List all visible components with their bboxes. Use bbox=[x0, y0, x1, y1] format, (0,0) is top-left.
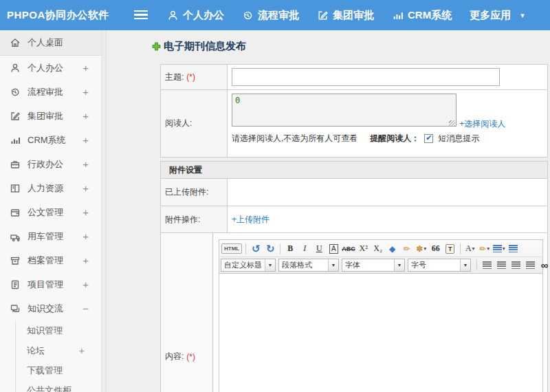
editor-tool-unordered-list[interactable] bbox=[507, 242, 520, 256]
sidebar-item-personal-office[interactable]: 个人办公 + bbox=[0, 56, 101, 80]
sidebar-item-label: 个人桌面 bbox=[28, 36, 89, 49]
sidebar-item-crm-system[interactable]: CRM系统 + bbox=[0, 128, 101, 152]
sidebar-item-label: 流程审批 bbox=[28, 86, 82, 98]
history-icon bbox=[10, 87, 21, 98]
expand-toggle-icon[interactable]: + bbox=[82, 110, 91, 122]
editor-tool-subscript[interactable]: X₂ bbox=[371, 242, 385, 256]
sidebar-subitem-download-mgmt[interactable]: 下载管理 bbox=[16, 360, 101, 380]
subject-required-mark: (*) bbox=[186, 72, 195, 82]
editor-tool-underline[interactable]: U bbox=[312, 242, 326, 256]
sidebar-item-personal-desktop[interactable]: 个人桌面 bbox=[0, 30, 101, 56]
subject-label: 主题: bbox=[165, 72, 184, 82]
editor-tool-blockquote[interactable]: 66 bbox=[429, 242, 443, 256]
expand-toggle-icon[interactable]: + bbox=[82, 279, 91, 290]
briefcase-icon bbox=[10, 159, 21, 170]
editor-tool-superscript[interactable]: X² bbox=[357, 242, 371, 256]
publish-form-bottom: 附件设置 已上传附件: 附件操作: +上传附件 bbox=[160, 161, 548, 392]
chevron-down-icon: ▼ bbox=[394, 259, 404, 271]
editor-tool-bold[interactable]: B bbox=[283, 242, 297, 256]
uploaded-attachment-value bbox=[228, 179, 547, 206]
sidebar-subitem-knowledge-mgmt[interactable]: 知识管理 bbox=[16, 320, 101, 340]
sidebar-subitem-public-file-cabinet[interactable]: 公共文件柜 bbox=[16, 380, 101, 392]
chart-icon bbox=[10, 135, 21, 146]
expand-toggle-icon[interactable]: − bbox=[82, 303, 91, 314]
sidebar: 个人桌面 个人办公 + 流程审批 + 集团审批 + CRM系统 + 行政办公 +… bbox=[0, 30, 102, 392]
textarea-resize-handle[interactable] bbox=[449, 120, 455, 127]
editor-tool-font-color[interactable]: A ▾ bbox=[463, 242, 477, 256]
sidebar-item-label: 人力资源 bbox=[28, 182, 82, 195]
editor-tool-eraser[interactable]: ◆ bbox=[386, 242, 399, 256]
expand-toggle-icon[interactable]: + bbox=[82, 158, 91, 170]
editor-tool-ordered-list[interactable]: ▾ bbox=[492, 242, 506, 256]
expand-toggle-icon[interactable]: + bbox=[82, 86, 91, 98]
hamburger-menu-icon[interactable] bbox=[134, 10, 148, 20]
editor-tool-align-right[interactable] bbox=[509, 258, 522, 272]
nav-item-workflow-approval[interactable]: 流程审批 bbox=[242, 9, 299, 22]
sidebar-item-archive-mgmt[interactable]: 档案管理 + bbox=[0, 248, 101, 272]
editor-tool-align-justify[interactable] bbox=[523, 258, 537, 272]
sidebar-item-document-mgmt[interactable]: 公文管理 + bbox=[0, 200, 101, 224]
sidebar-item-vehicle-mgmt[interactable]: 用车管理 + bbox=[0, 224, 101, 248]
editor-tool-align-left[interactable] bbox=[480, 258, 494, 272]
expand-toggle-icon[interactable]: + bbox=[82, 206, 91, 218]
editor-tool-align-center[interactable] bbox=[494, 258, 508, 272]
sidebar-item-project-mgmt[interactable]: 项目管理 + bbox=[0, 272, 101, 296]
rich-text-editor: HTML ↺ ↻ B I U A ABC X² bbox=[219, 239, 543, 392]
nav-item-crm-system[interactable]: CRM系统 bbox=[392, 9, 452, 22]
editor-tool-redo[interactable]: ↻ bbox=[263, 242, 277, 256]
nav-item-label: CRM系统 bbox=[408, 9, 452, 22]
editor-tool-highlight-pen[interactable]: ✏ ▾ bbox=[478, 242, 492, 256]
chat-icon bbox=[10, 303, 21, 314]
sidebar-item-group-approval[interactable]: 集团审批 + bbox=[0, 104, 101, 128]
sidebar-item-workflow-approval[interactable]: 流程审批 + bbox=[0, 80, 101, 104]
editor-select-custom-title[interactable]: 自定义标题 ▼ bbox=[221, 259, 276, 272]
nav-item-group-approval[interactable]: 集团审批 bbox=[317, 9, 374, 22]
attachment-section-title: 附件设置 bbox=[169, 164, 202, 176]
nav-item-more-apps[interactable]: 更多应用 ▾ bbox=[470, 9, 525, 22]
sidebar-subitem-forum[interactable]: 论坛 + bbox=[16, 340, 101, 360]
chevron-down-icon: ▼ bbox=[460, 259, 470, 271]
expand-toggle-icon[interactable]: + bbox=[82, 62, 91, 74]
editor-toolbar: HTML ↺ ↻ B I U A ABC X² bbox=[219, 239, 543, 274]
nav-item-label: 个人办公 bbox=[183, 9, 224, 22]
select-readers-link[interactable]: +选择阅读人 bbox=[459, 118, 505, 130]
sidebar-subitem-label: 知识管理 bbox=[27, 325, 85, 337]
editor-tool-html-source[interactable]: HTML bbox=[221, 242, 243, 256]
nav-item-personal-office[interactable]: 个人办公 bbox=[167, 9, 224, 22]
editor-select-font-size[interactable]: 字号 ▼ bbox=[408, 259, 471, 272]
editor-tool-format-brush[interactable]: ✏ bbox=[400, 242, 414, 256]
remind-readers-label: 提醒阅读人： bbox=[370, 133, 419, 144]
editor-tool-font-border[interactable]: A bbox=[327, 242, 340, 256]
editor-select-paragraph-format[interactable]: 段落格式 ▼ bbox=[278, 259, 339, 272]
editor-tool-strikethrough[interactable]: ABC bbox=[341, 242, 356, 256]
sidebar-scrollbar[interactable] bbox=[102, 30, 107, 392]
chevron-down-icon: ▼ bbox=[328, 259, 338, 271]
expand-toggle-icon[interactable]: + bbox=[82, 254, 91, 266]
expand-toggle-icon[interactable]: + bbox=[82, 230, 91, 242]
editor-tool-undo[interactable]: ↺ bbox=[249, 242, 263, 256]
editor-tool-italic[interactable]: I bbox=[298, 242, 311, 256]
editor-select-font-family[interactable]: 字体 ▼ bbox=[342, 259, 405, 272]
editor-tool-paste-plain[interactable]: T bbox=[443, 242, 457, 256]
expand-toggle-icon[interactable]: + bbox=[82, 134, 91, 146]
editor-content-area[interactable] bbox=[219, 274, 543, 392]
editor-tool-auto-typeset[interactable]: ✽ ▾ bbox=[415, 242, 428, 256]
sidebar-item-human-resources[interactable]: 人力资源 + bbox=[0, 176, 101, 200]
notebook-icon bbox=[10, 279, 21, 290]
edit-icon bbox=[317, 10, 329, 21]
editor-tool-insert-link[interactable]: ∞ bbox=[538, 258, 550, 272]
upload-attachment-link[interactable]: +上传附件 bbox=[232, 214, 270, 226]
nav-item-label: 更多应用 bbox=[470, 9, 511, 22]
readers-textarea[interactable]: 0 bbox=[232, 94, 456, 127]
readers-hint: 请选择阅读人,不选为所有人可查看 bbox=[232, 133, 358, 144]
publish-form-top: 主题:(*) 阅读人: 0 +选择阅读人 请选择阅读人 bbox=[160, 64, 548, 157]
subject-input[interactable] bbox=[232, 68, 500, 86]
expand-toggle-icon[interactable]: + bbox=[79, 345, 94, 356]
sidebar-item-knowledge-exchange[interactable]: 知识交流 − bbox=[0, 296, 101, 320]
chart-icon bbox=[392, 10, 404, 21]
expand-toggle-icon[interactable]: + bbox=[82, 182, 91, 194]
sidebar-item-admin-office[interactable]: 行政办公 + bbox=[0, 152, 101, 176]
sidebar-subitem-label: 论坛 bbox=[27, 345, 79, 357]
sms-checkbox[interactable] bbox=[424, 134, 433, 143]
sidebar-item-label: 用车管理 bbox=[28, 230, 82, 243]
